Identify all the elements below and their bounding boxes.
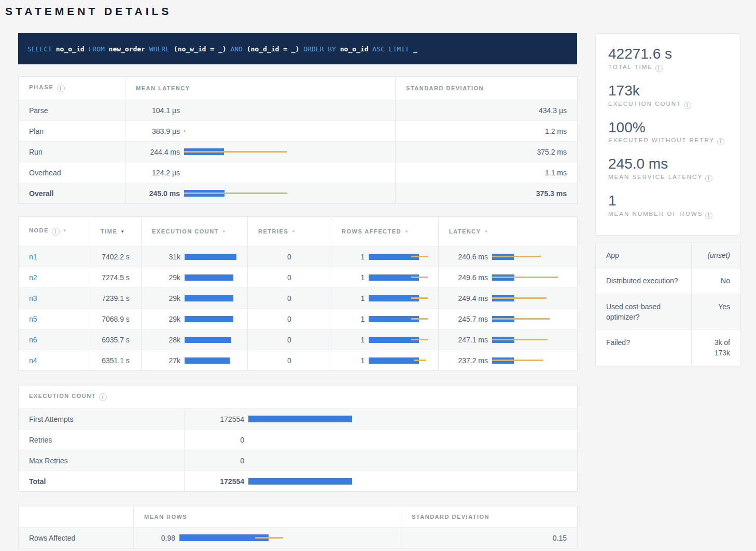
stddev-line [492, 339, 548, 340]
mean-latency-value: 124.2 µs [136, 169, 180, 177]
info-icon[interactable]: i [705, 175, 712, 182]
sql-expression: (no_d_id = _) [247, 45, 300, 53]
stddev-line [255, 537, 283, 539]
stddev-line [411, 339, 428, 340]
attribute-label: Failed? [596, 330, 692, 366]
stddev-line [411, 297, 428, 299]
attribute-row-app: App (unset) [596, 242, 741, 268]
execution-count-bar [185, 295, 233, 301]
exec-count-value: 172554 [195, 477, 244, 486]
time-value: 7239.1 s [90, 288, 142, 309]
stat-total-time: 42271.6 s Total Timei [608, 46, 727, 72]
phase-row-run: Run 244.4 ms 375.2 ms [19, 142, 578, 162]
sql-identifier: new_order [109, 45, 145, 53]
execution-count-section-title: Execution Counti [19, 385, 578, 409]
stddev-value: 1.1 ms [396, 162, 578, 183]
time-column-header[interactable]: Time▼ [90, 217, 142, 246]
rows-affected-value: 1 [342, 336, 365, 344]
phase-label: Plan [19, 121, 125, 142]
rows-affected-value: 1 [342, 315, 365, 323]
statement-sql-box: SELECT no_o_id FROM new_order WHERE (no_… [18, 33, 577, 64]
node-link[interactable]: n5 [29, 315, 37, 323]
execution-count-table: Execution Counti First Attempts 172554 R… [18, 385, 578, 492]
stddev-line [492, 277, 558, 278]
time-value: 6351.1 s [90, 350, 142, 371]
retries-value: 0 [248, 246, 331, 267]
execution-count-bar [185, 316, 233, 322]
node-link[interactable]: n2 [29, 273, 37, 282]
execution-count-value: 31k [152, 253, 180, 261]
execution-count-info-icon[interactable]: i [99, 393, 107, 401]
node-info-icon[interactable]: i [52, 228, 60, 236]
attribute-label: App [596, 242, 692, 268]
node-link[interactable]: n1 [29, 253, 37, 261]
stddev-line [184, 151, 287, 153]
phase-row-overhead: Overhead 124.2 µs 1.1 ms [19, 162, 578, 183]
rows-affected-column-header[interactable]: Rows Affected▼ [331, 217, 439, 246]
execution-count-value: 28k [152, 336, 180, 344]
stddev-line [411, 277, 428, 278]
retries-value: 0 [248, 309, 331, 329]
exec-count-value: 0 [195, 436, 244, 444]
execution-count-value: 29k [152, 294, 180, 302]
node-column-header[interactable]: Nodei▼ [19, 217, 90, 246]
info-icon[interactable]: i [655, 65, 663, 72]
phase-table: Phasei Mean Latency Standard Deviation P… [18, 76, 578, 204]
retries-column-header[interactable]: Retries▼ [248, 217, 331, 246]
main-column: SELECT no_o_id FROM new_order WHERE (no_… [18, 33, 577, 548]
sql-keyword: ORDER BY [303, 45, 336, 53]
node-row: n3 7239.1 s 29k 0 1 249.4 ms [19, 288, 578, 309]
node-link[interactable]: n4 [29, 356, 37, 365]
node-link[interactable]: n3 [29, 294, 37, 302]
mean-rows-column-header: Mean Rows [134, 506, 401, 528]
stddev-value: 434.3 µs [396, 100, 578, 121]
attribute-label: Distributed execution? [596, 268, 692, 294]
stddev-line [414, 360, 426, 361]
info-icon[interactable]: i [705, 212, 712, 219]
node-row: n6 6935.7 s 28k 0 1 247.1 ms [19, 329, 578, 350]
exec-count-row: First Attempts 172554 [19, 409, 578, 430]
sql-statement: SELECT no_o_id FROM new_order WHERE (no_… [27, 45, 417, 53]
summary-sidebar: 42271.6 s Total Timei 173k Execution Cou… [595, 33, 740, 366]
sort-descending-icon: ▼ [404, 229, 409, 234]
rows-affected-row: Rows Affected 0.98 0.15 [19, 528, 578, 548]
node-table: Nodei▼ Time▼ Execution Count▼ Retries▼ R… [18, 216, 578, 371]
phase-info-icon[interactable]: i [57, 85, 65, 92]
attribute-value: Yes [692, 294, 741, 330]
exec-count-label: First Attempts [19, 409, 185, 430]
latency-column-header[interactable]: Latency▼ [439, 217, 578, 246]
info-icon[interactable]: i [717, 138, 724, 145]
rows-affected-value: 1 [342, 253, 365, 261]
sql-expression: (no_w_id = _) [174, 45, 227, 53]
sql-keyword: ASC [372, 45, 384, 53]
exec-count-row: Retries 0 [19, 430, 578, 450]
execution-count-column-header[interactable]: Execution Count▼ [142, 217, 248, 246]
sort-descending-icon: ▼ [484, 229, 489, 234]
stddev-line [492, 360, 543, 361]
stddev-value: 375.3 ms [396, 183, 578, 204]
latency-value: 237.2 ms [449, 356, 488, 365]
attribute-row-distributed-execution: Distributed execution? No [596, 268, 741, 294]
exec-count-bar [248, 416, 352, 422]
attribute-row-cost-based-optimizer: Used cost-based optimizer? Yes [596, 294, 741, 330]
attributes-table: App (unset) Distributed execution? No Us… [595, 242, 741, 366]
phase-label: Parse [19, 100, 125, 121]
node-link[interactable]: n6 [29, 336, 37, 344]
rows-affected-value: 1 [342, 356, 365, 365]
phase-label: Run [19, 142, 125, 162]
stddev-line [492, 256, 541, 257]
stddev-value: 375.2 ms [396, 142, 578, 162]
phase-column-header: Phasei [19, 77, 125, 100]
mean-latency-value: 104.1 µs [136, 106, 180, 115]
stddev-value: 0.15 [401, 528, 578, 548]
stat-value: 245.0 ms [608, 156, 727, 172]
stat-value: 173k [608, 83, 727, 99]
stddev-line [411, 256, 428, 257]
exec-count-value: 0 [195, 457, 244, 465]
stddev-line [184, 192, 287, 194]
sql-identifier: no_o_id [340, 45, 369, 53]
sql-keyword: WHERE [149, 45, 170, 53]
info-icon[interactable]: i [684, 102, 691, 109]
attribute-value: 3k of 173k [692, 330, 741, 366]
sql-keyword: SELECT [27, 45, 52, 53]
